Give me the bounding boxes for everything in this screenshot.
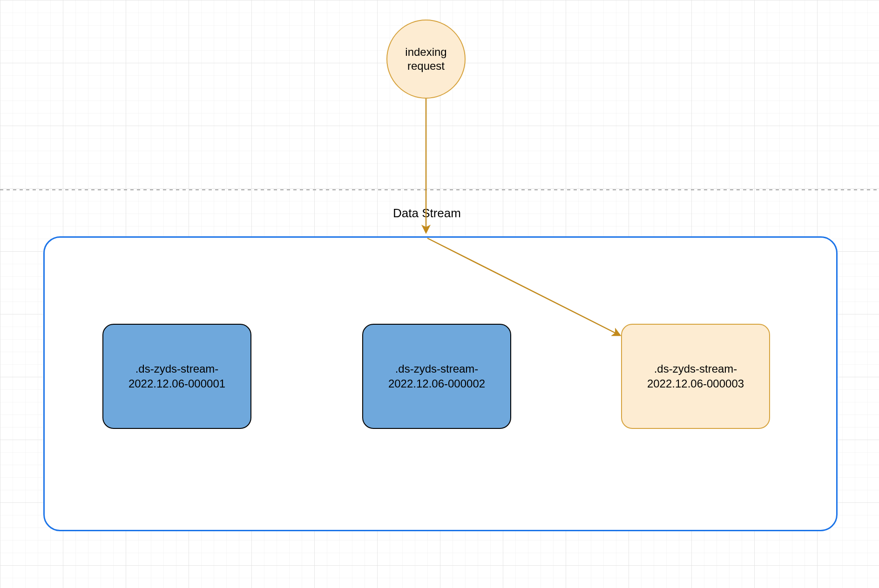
index-box-3[interactable]: .ds-zyds-stream- 2022.12.06-000003 — [621, 324, 770, 429]
index-box-2[interactable]: .ds-zyds-stream- 2022.12.06-000002 — [362, 324, 511, 429]
index-box-1[interactable]: .ds-zyds-stream- 2022.12.06-000001 — [102, 324, 251, 429]
indexing-request-node[interactable]: indexing request — [386, 20, 466, 99]
indexing-request-text: indexing request — [405, 45, 446, 73]
data-stream-label: Data Stream — [393, 206, 461, 220]
index-box-3-text: .ds-zyds-stream- 2022.12.06-000003 — [647, 361, 744, 392]
index-box-1-text: .ds-zyds-stream- 2022.12.06-000001 — [128, 361, 225, 392]
index-box-2-text: .ds-zyds-stream- 2022.12.06-000002 — [388, 361, 485, 392]
diagram-canvas[interactable]: indexing request Data Stream .ds-zyds-st… — [0, 0, 879, 588]
